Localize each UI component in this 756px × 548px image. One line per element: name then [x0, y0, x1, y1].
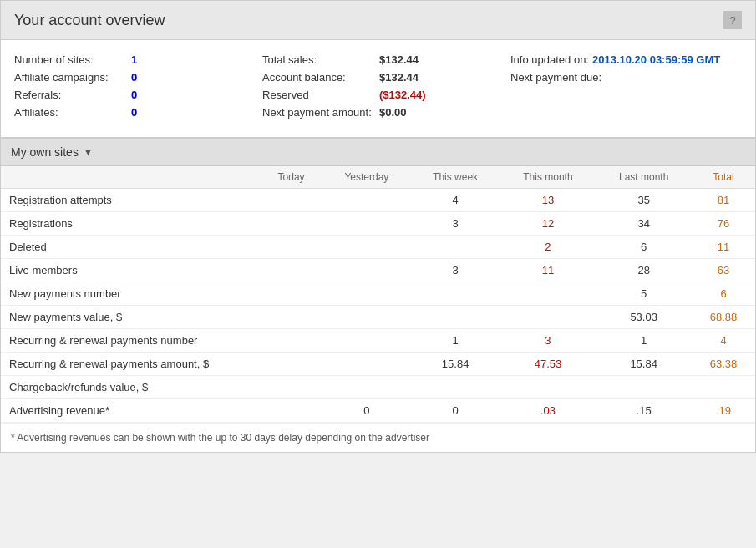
- cell-last_month: 5: [596, 282, 692, 306]
- overview-col-1: Number of sites: 1 Affiliate campaigns: …: [14, 53, 262, 124]
- sites-value[interactable]: 1: [131, 53, 137, 66]
- table-row: Advertising revenue*00.03.15.19: [1, 399, 755, 423]
- col-header-this-month: This month: [500, 166, 596, 189]
- cell-last_month: 35: [596, 189, 692, 212]
- row-label: Recurring & renewal payments amount, $: [1, 353, 260, 376]
- next-payment-value: $0.00: [379, 106, 407, 119]
- table-row: New payments value, $53.0368.88: [1, 306, 755, 329]
- cell-yesterday: 0: [322, 399, 410, 423]
- cell-this_week: [411, 236, 500, 259]
- col-header-today: Today: [260, 166, 322, 189]
- affiliates-label: Affiliates:: [14, 106, 131, 119]
- overview-row-balance: Account balance: $132.44: [262, 71, 494, 84]
- cell-yesterday: [322, 353, 410, 376]
- table-row: Recurring & renewal payments number1314: [1, 329, 755, 353]
- row-label: New payments value, $: [1, 306, 260, 329]
- cell-this_month: 11: [500, 259, 596, 282]
- table-row: Chargeback/refunds value, $: [1, 376, 755, 399]
- balance-value: $132.44: [379, 71, 419, 84]
- cell-yesterday: [322, 282, 410, 306]
- cell-yesterday: [322, 259, 410, 282]
- help-button[interactable]: ?: [723, 11, 742, 29]
- affiliates-value[interactable]: 0: [131, 106, 137, 119]
- cell-this_week: 1: [411, 329, 500, 353]
- cell-last_month: [596, 376, 692, 399]
- cell-yesterday: [322, 212, 410, 236]
- cell-yesterday: [322, 189, 410, 212]
- overview-row-next-payment: Next payment amount: $0.00: [262, 106, 494, 119]
- sites-section-title: My own sites: [11, 145, 79, 159]
- cell-this_month: [500, 306, 596, 329]
- cell-yesterday: [322, 306, 410, 329]
- col-header-last-month: Last month: [596, 166, 692, 189]
- total-sales-label: Total sales:: [262, 53, 379, 66]
- info-updated-value: 2013.10.20 03:59:59 GMT: [592, 53, 720, 66]
- cell-total: 76: [692, 212, 755, 236]
- cell-today: [260, 306, 322, 329]
- reserved-label: Reserved: [262, 89, 379, 101]
- reserved-value: ($132.44): [379, 89, 426, 101]
- cell-this_week: [411, 306, 500, 329]
- page-wrapper: Your account overview ? Number of sites:…: [0, 0, 756, 453]
- overview-row-sites: Number of sites: 1: [14, 53, 246, 66]
- dropdown-arrow-icon: ▼: [84, 147, 93, 157]
- total-sales-value: $132.44: [379, 53, 419, 66]
- cell-today: [260, 376, 322, 399]
- cell-this_month: 13: [500, 189, 596, 212]
- overview-row-total-sales: Total sales: $132.44: [262, 53, 494, 66]
- cell-yesterday: [322, 236, 410, 259]
- footer-note: * Advertising revenues can be shown with…: [1, 423, 755, 452]
- stats-table: Today Yesterday This week This month Las…: [1, 166, 755, 423]
- overview-row-reserved: Reserved ($132.44): [262, 89, 494, 101]
- table-row: Recurring & renewal payments amount, $15…: [1, 353, 755, 376]
- row-label: New payments number: [1, 282, 260, 306]
- cell-this_week: [411, 376, 500, 399]
- cell-last_month: 34: [596, 212, 692, 236]
- cell-this_month: 47.53: [500, 353, 596, 376]
- table-row: Registration attempts4133581: [1, 189, 755, 212]
- cell-today: [260, 353, 322, 376]
- row-label: Deleted: [1, 236, 260, 259]
- cell-total: 81: [692, 189, 755, 212]
- cell-today: [260, 399, 322, 423]
- sites-section-header[interactable]: My own sites ▼: [1, 138, 755, 166]
- cell-last_month: .15: [596, 399, 692, 423]
- cell-this_week: 15.84: [411, 353, 500, 376]
- row-label: Registrations: [1, 212, 260, 236]
- cell-this_week: 4: [411, 189, 500, 212]
- row-label: Registration attempts: [1, 189, 260, 212]
- table-row: Deleted2611: [1, 236, 755, 259]
- referrals-label: Referrals:: [14, 89, 131, 101]
- cell-this_month: .03: [500, 399, 596, 423]
- affiliate-value[interactable]: 0: [131, 71, 137, 84]
- cell-this_week: 3: [411, 212, 500, 236]
- info-updated-label: Info updated on:: [510, 53, 589, 66]
- cell-last_month: 53.03: [596, 306, 692, 329]
- cell-last_month: 6: [596, 236, 692, 259]
- col-header-yesterday: Yesterday: [322, 166, 410, 189]
- table-header-row: Today Yesterday This week This month Las…: [1, 166, 755, 189]
- cell-this_month: 2: [500, 236, 596, 259]
- cell-total: 11: [692, 236, 755, 259]
- balance-label: Account balance:: [262, 71, 379, 84]
- table-row: New payments number56: [1, 282, 755, 306]
- cell-last_month: 28: [596, 259, 692, 282]
- cell-today: [260, 259, 322, 282]
- col-header-this-week: This week: [411, 166, 500, 189]
- cell-total: 4: [692, 329, 755, 353]
- overview-row-referrals: Referrals: 0: [14, 89, 246, 101]
- cell-total: 63.38: [692, 353, 755, 376]
- cell-last_month: 1: [596, 329, 692, 353]
- cell-total: 6: [692, 282, 755, 306]
- cell-today: [260, 236, 322, 259]
- cell-this_month: 12: [500, 212, 596, 236]
- overview-row-next-due: Next payment due:: [510, 71, 742, 84]
- cell-this_week: 0: [411, 399, 500, 423]
- referrals-value[interactable]: 0: [131, 89, 137, 101]
- overview-row-info-updated: Info updated on: 2013.10.20 03:59:59 GMT: [510, 53, 742, 66]
- cell-today: [260, 329, 322, 353]
- next-payment-label: Next payment amount:: [262, 106, 379, 119]
- cell-last_month: 15.84: [596, 353, 692, 376]
- sites-label: Number of sites:: [14, 53, 131, 66]
- row-label: Advertising revenue*: [1, 399, 260, 423]
